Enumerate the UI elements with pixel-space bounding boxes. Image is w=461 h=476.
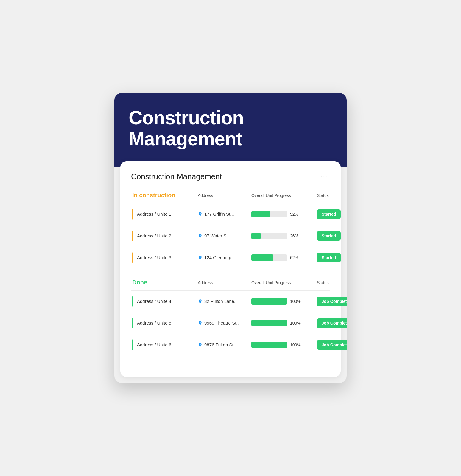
hero-header: Construction Management [114,93,347,167]
status-badge: Job Completed [317,340,347,350]
section-in-construction: In construction Address Overall Unit Pro… [131,191,330,268]
row-indicator [132,231,133,241]
section-in-construction-header: In construction Address Overall Unit Pro… [131,191,330,200]
row-name: Address / Unite 3 [132,252,198,263]
row-name: Address / Unite 1 [132,209,198,220]
progress-cell: 100% [251,320,317,326]
row-indicator [132,252,133,263]
col-header-progress-1: Overall Unit Progress [251,193,317,198]
row-indicator [132,318,133,328]
address-cell: 32 Fulton Lane.. [198,299,251,304]
progress-cell: 26% [251,233,317,239]
section-done: Done Address Overall Unit Progress Statu… [131,278,330,356]
main-card: Construction Management ··· In construct… [120,161,341,377]
more-options-button[interactable]: ··· [318,172,330,181]
location-icon [198,321,203,325]
row-indicator [132,209,133,220]
row-name: Address / Unite 4 [132,296,198,307]
progress-track [251,211,287,217]
progress-percent: 100% [290,299,301,304]
progress-fill [251,211,270,217]
row-name: Address / Unite 5 [132,318,198,328]
progress-track [251,342,287,348]
table-row: Address / Unite 3 124 Glenridge.. 62% St… [131,247,330,268]
col-header-status-1: Status [317,193,347,198]
progress-track [251,298,287,305]
table-row: Address / Unite 6 9876 Fulton St.. 100% … [131,334,330,356]
address-cell: 97 Water St... [198,233,251,238]
progress-fill [251,342,287,348]
section-label-in-construction: In construction [132,192,198,199]
address-cell: 124 Glenridge.. [198,255,251,260]
progress-fill [251,320,287,326]
location-icon [198,255,203,260]
status-badge: Started [317,209,341,219]
progress-track [251,254,287,261]
status-badge: Started [317,253,341,262]
card-title: Construction Management [131,172,222,181]
status-badge: Job Completed [317,318,347,328]
progress-fill [251,298,287,305]
location-icon [198,234,203,238]
row-name: Address / Unite 2 [132,231,198,241]
col-header-address-2: Address [198,280,251,285]
progress-cell: 52% [251,211,317,217]
location-icon [198,212,203,217]
section-done-header: Done Address Overall Unit Progress Statu… [131,278,330,287]
table-row: Address / Unite 1 177 Griffin St... 52% … [131,203,330,225]
location-icon [198,299,203,304]
row-indicator [132,339,133,350]
progress-cell: 100% [251,298,317,305]
address-cell: 9569 Theatre St.. [198,320,251,325]
section-label-done: Done [132,279,198,286]
progress-track [251,233,287,239]
location-icon [198,342,203,347]
col-header-address-1: Address [198,193,251,198]
progress-percent: 100% [290,342,301,347]
hero-title: Construction Management [129,107,332,149]
row-name: Address / Unite 6 [132,339,198,350]
progress-cell: 62% [251,254,317,261]
progress-fill [251,254,273,261]
progress-percent: 62% [290,255,301,260]
status-badge: Started [317,231,341,241]
progress-cell: 100% [251,342,317,348]
col-header-progress-2: Overall Unit Progress [251,280,317,285]
address-cell: 177 Griffin St... [198,212,251,217]
progress-track [251,320,287,326]
row-indicator [132,296,133,307]
table-row: Address / Unite 5 9569 Theatre St.. 100%… [131,312,330,334]
outer-container: Construction Management Construction Man… [114,93,347,383]
progress-fill [251,233,261,239]
status-badge: Job Completed [317,297,347,306]
address-cell: 9876 Fulton St.. [198,342,251,347]
progress-percent: 100% [290,321,301,325]
table-row: Address / Unite 4 32 Fulton Lane.. 100% … [131,290,330,312]
progress-percent: 52% [290,212,301,217]
progress-percent: 26% [290,234,301,238]
col-header-status-2: Status [317,280,347,285]
table-row: Address / Unite 2 97 Water St... 26% Sta… [131,225,330,247]
card-header: Construction Management ··· [131,172,330,181]
